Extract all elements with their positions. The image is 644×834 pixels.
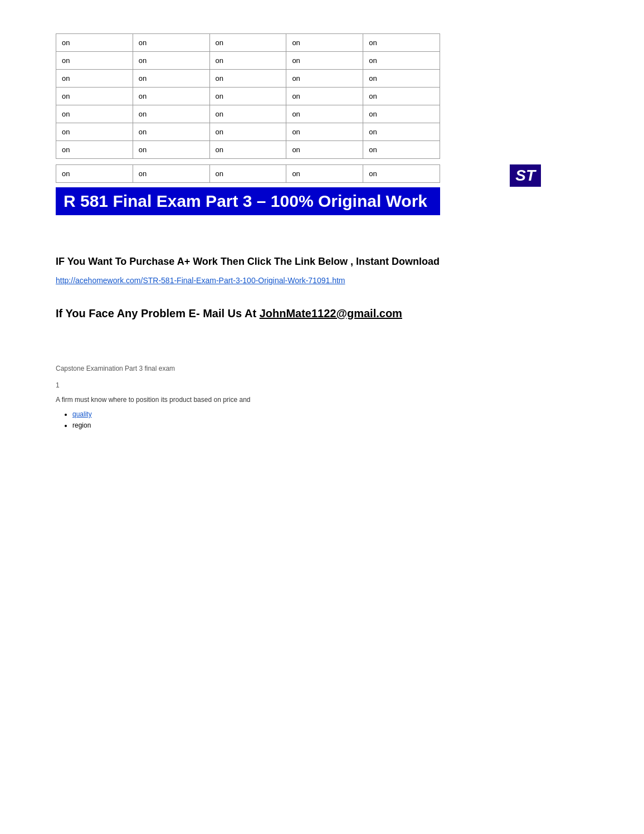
answer-list: qualityregion [56, 410, 440, 429]
table-cell: on [133, 123, 209, 141]
list-item: region [72, 421, 440, 429]
email-link[interactable]: JohnMate1122@gmail.com [260, 307, 402, 319]
table-cell: on [56, 88, 133, 105]
table-cell: on [209, 123, 286, 141]
table-cell: on [133, 141, 209, 159]
table-cell: on [133, 165, 209, 183]
email-prefix-text: If You Face Any Problem E- Mail Us At [56, 307, 260, 319]
list-item: quality [72, 410, 440, 418]
table-cell: on [209, 165, 286, 183]
table-cell: on [56, 123, 133, 141]
table-cell: on [286, 141, 363, 159]
main-content: IF You Want To Purchase A+ Work Then Cli… [56, 254, 440, 429]
st-row-container: ST ononononon [56, 164, 588, 183]
table-cell: on [363, 141, 440, 159]
table-section: onononononononononononononononononononon… [56, 33, 588, 159]
download-link[interactable]: http://acehomework.com/STR-581-Final-Exa… [56, 276, 345, 285]
bottom-content: Capstone Examination Part 3 final exam 1… [56, 365, 440, 429]
table-cell: on [56, 70, 133, 88]
table-cell: on [286, 34, 363, 52]
table-cell: on [286, 123, 363, 141]
capstone-label: Capstone Examination Part 3 final exam [56, 365, 440, 372]
table-cell: on [209, 141, 286, 159]
bullet-link[interactable]: quality [72, 410, 92, 418]
table-cell: on [133, 52, 209, 70]
table-cell: on [286, 88, 363, 105]
table-cell: on [209, 70, 286, 88]
table-cell: on [363, 88, 440, 105]
table-cell: on [286, 165, 363, 183]
table-cell: on [133, 88, 209, 105]
table-cell: on [363, 70, 440, 88]
table-cell: on [209, 105, 286, 123]
table-cell: on [363, 123, 440, 141]
table-cell: on [209, 88, 286, 105]
table-cell: on [133, 34, 209, 52]
question-number: 1 [56, 381, 440, 389]
page-container: onononononononononononononononononononon… [0, 0, 644, 466]
table-cell: on [56, 141, 133, 159]
last-grid-row: ononononon [56, 164, 440, 183]
table-cell: on [209, 34, 286, 52]
st-badge: ST [510, 164, 541, 187]
title-banner: R 581 Final Exam Part 3 – 100% Original … [56, 187, 440, 215]
purchase-heading: IF You Want To Purchase A+ Work Then Cli… [56, 254, 440, 269]
table-cell: on [286, 70, 363, 88]
table-cell: on [363, 165, 440, 183]
table-cell: on [363, 52, 440, 70]
table-cell: on [56, 165, 133, 183]
table-cell: on [133, 70, 209, 88]
table-cell: on [56, 105, 133, 123]
question-text: A firm must know where to position its p… [56, 396, 440, 404]
grid-table-rows: onononononononononononononononononononon… [56, 33, 440, 159]
table-cell: on [363, 34, 440, 52]
table-cell: on [286, 105, 363, 123]
table-cell: on [209, 52, 286, 70]
table-cell: on [363, 105, 440, 123]
table-cell: on [56, 52, 133, 70]
table-cell: on [56, 34, 133, 52]
table-cell: on [133, 105, 209, 123]
email-section: If You Face Any Problem E- Mail Us At Jo… [56, 307, 440, 320]
table-cell: on [286, 52, 363, 70]
